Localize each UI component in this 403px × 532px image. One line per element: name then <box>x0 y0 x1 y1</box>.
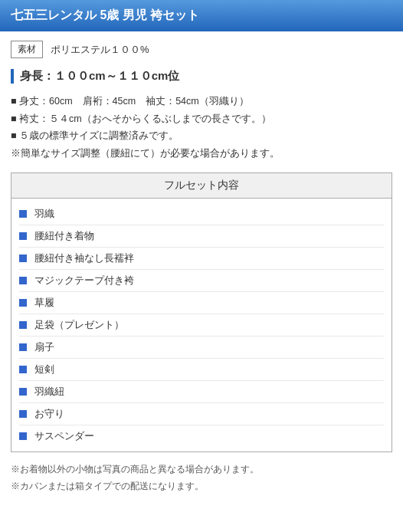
fullset-item: 短剣 <box>19 359 384 381</box>
fullset-item: 草履 <box>19 292 384 314</box>
material-label: 素材 <box>11 41 43 58</box>
item-bullet-icon <box>19 432 27 440</box>
footer-notes: ※お着物以外の小物は写真の商品と異なる場合があります。 ※カバンまたは箱タイプで… <box>11 461 392 494</box>
item-label: マジックテープ付き袴 <box>34 274 134 287</box>
item-label: 羽織紐 <box>34 385 64 399</box>
fullset-item: 腰紐付き袖なし長襦袢 <box>19 248 384 270</box>
item-label: お守り <box>34 407 64 421</box>
item-label: 扇子 <box>34 340 54 354</box>
fullset-header: フルセット内容 <box>11 173 392 199</box>
item-label: 足袋（プレゼント） <box>34 318 124 332</box>
material-row: 素材 ポリエステル１００% <box>11 41 392 58</box>
item-label: 腰紐付き着物 <box>34 229 94 243</box>
page-title: 七五三レンタル 5歳 男児 袴セット <box>0 0 403 31</box>
item-label: 草履 <box>34 296 54 310</box>
size-line-2: 袴丈：５４cm（おへそからくるぶしまでの長さです。） <box>11 110 392 128</box>
height-section: 身長：１００cm～１１０cm位 <box>11 69 392 84</box>
fullset-item: 腰紐付き着物 <box>19 225 384 248</box>
content-area: 素材 ポリエステル１００% 身長：１００cm～１１０cm位 身丈：60cm 肩裄… <box>0 41 403 494</box>
item-bullet-icon <box>19 299 27 307</box>
item-label: サスペンダー <box>34 429 94 443</box>
fullset-item: サスペンダー <box>19 425 384 447</box>
item-bullet-icon <box>19 388 27 396</box>
fullset-item: 羽織 <box>19 203 384 225</box>
size-line-3: ５歳の標準サイズに調整済みです。 <box>11 127 392 145</box>
size-info: 身丈：60cm 肩裄：45cm 袖丈：54cm（羽織り） 袴丈：５４cm（おへそ… <box>11 93 392 162</box>
item-label: 腰紐付き袖なし長襦袢 <box>34 251 134 265</box>
item-bullet-icon <box>19 232 27 240</box>
item-bullet-icon <box>19 321 27 329</box>
fullset-item: お守り <box>19 403 384 425</box>
size-line-4: 簡単なサイズ調整（腰紐にて）が必要な場合があります。 <box>11 145 392 163</box>
item-bullet-icon <box>19 210 27 218</box>
material-value: ポリエステル１００% <box>51 43 149 57</box>
item-bullet-icon <box>19 277 27 284</box>
fullset-item: 足袋（プレゼント） <box>19 314 384 337</box>
fullset-item: 扇子 <box>19 337 384 359</box>
footer-note-2: ※カバンまたは箱タイプでの配送になります。 <box>11 478 392 495</box>
fullset-item: 羽織紐 <box>19 381 384 403</box>
item-label: 羽織 <box>34 207 54 221</box>
item-bullet-icon <box>19 366 27 373</box>
item-label: 短剣 <box>34 363 54 376</box>
height-text: 身長：１００cm～１１０cm位 <box>20 69 179 82</box>
fullset-items: 羽織腰紐付き着物腰紐付き袖なし長襦袢マジックテープ付き袴草履足袋（プレゼント）扇… <box>11 199 392 452</box>
footer-note-1: ※お着物以外の小物は写真の商品と異なる場合があります。 <box>11 461 392 478</box>
item-bullet-icon <box>19 410 27 418</box>
fullset-box: フルセット内容 羽織腰紐付き着物腰紐付き袖なし長襦袢マジックテープ付き袴草履足袋… <box>11 172 392 452</box>
page-wrapper: 七五三レンタル 5歳 男児 袴セット 素材 ポリエステル１００% 身長：１００c… <box>0 0 403 532</box>
item-bullet-icon <box>19 255 27 262</box>
size-line-1: 身丈：60cm 肩裄：45cm 袖丈：54cm（羽織り） <box>11 93 392 110</box>
item-bullet-icon <box>19 343 27 351</box>
fullset-item: マジックテープ付き袴 <box>19 270 384 292</box>
